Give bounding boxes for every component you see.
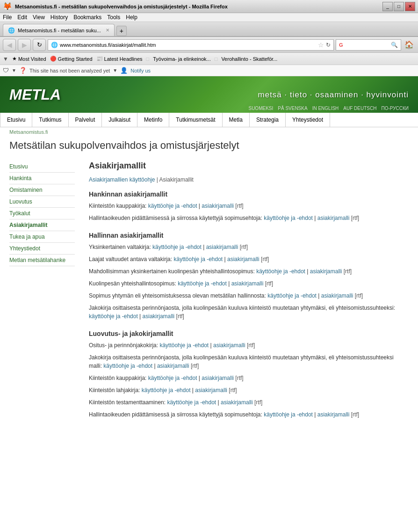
- home-button[interactable]: 🏠: [403, 39, 415, 51]
- dropdown-arrow-icon[interactable]: ▼: [12, 68, 16, 73]
- nav-yhteystiedot[interactable]: Yhteystiedot: [286, 113, 330, 127]
- asiakirjamalli-link-1-2[interactable]: asiakirjamalli: [310, 268, 342, 275]
- asiakirjamalli-link-2-3[interactable]: asiakirjamalli: [195, 387, 227, 394]
- asiakirjamalli-link-0-0[interactable]: asiakirjamalli: [202, 203, 234, 209]
- security-arrow-icon[interactable]: ▼: [113, 68, 117, 73]
- kayttöohje-link-1-1[interactable]: käyttöohje ja -ehdot: [173, 256, 223, 262]
- kayttöohje-link-2-0[interactable]: käyttöohje ja -ehdot: [159, 342, 209, 349]
- kayttöohje-link-2-3[interactable]: käyttöohje ja -ehdot: [142, 387, 191, 394]
- minimize-button[interactable]: _: [382, 2, 393, 11]
- kayttöohje-link-1-2[interactable]: käyttöohje ja -ehdot: [256, 268, 305, 275]
- firefox-icon: 🦊: [3, 2, 12, 11]
- titlebar: 🦊 Metsanomistus.fi - metsätilan sukupolv…: [0, 0, 418, 13]
- search-bar[interactable]: G 🔍: [336, 39, 401, 51]
- new-tab-button[interactable]: +: [116, 26, 127, 36]
- lang-fi[interactable]: SUOMEKSI: [248, 106, 273, 111]
- search-icon[interactable]: 🔍: [391, 42, 398, 48]
- rss-icon: 📰: [96, 56, 103, 62]
- doc-item-2-0: Ositus- ja perinnönjakokirja: käyttöohje…: [89, 341, 404, 350]
- kayttöohje-link-0-0[interactable]: käyttöohje ja -ehdot: [148, 203, 197, 209]
- kayttöohje-link-1-4[interactable]: käyttöohje ja -ehdot: [267, 292, 317, 299]
- nav-tutkimusmetsat[interactable]: Tutkimusmetsät: [169, 113, 222, 127]
- doc-item-1-5: Jakokirja osittaisesta perinnönjaosta, j…: [89, 304, 404, 321]
- address-bar[interactable]: 🌐 www.metsanomistus.fi/asiakirjat/mallit…: [48, 39, 334, 51]
- kayttöohje-link-1-0[interactable]: käyttöohje ja -ehdot: [152, 244, 202, 250]
- sidebar-item-etusivu[interactable]: Etusivu: [9, 161, 75, 173]
- asiakirjamalli-link-2-5[interactable]: asiakirjamalli: [317, 411, 350, 418]
- lang-sv[interactable]: PÅ SVENSKA: [278, 106, 307, 111]
- nav-metla[interactable]: Metla: [223, 113, 250, 127]
- doc-prefix: Ositus- ja perinnönjakokirja:: [89, 342, 158, 349]
- kayttöohje-link-2-2[interactable]: käyttöohje ja -ehdot: [148, 375, 197, 381]
- sidebar-item-yhteystiedot[interactable]: Yhteystiedot: [9, 243, 75, 255]
- maximize-button[interactable]: □: [394, 2, 404, 11]
- lang-en[interactable]: IN ENGLISH: [312, 106, 339, 111]
- bookmark-getting-started[interactable]: 🔴 Getting Started: [50, 56, 93, 62]
- sidebar-item-omistaminen[interactable]: Omistaminen: [9, 184, 75, 196]
- menu-tools[interactable]: Tools: [107, 14, 120, 21]
- sidebar-item-tukea[interactable]: Tukea ja apua: [9, 231, 75, 243]
- close-button[interactable]: ✕: [405, 2, 415, 11]
- refresh-icon[interactable]: ↻: [326, 42, 331, 48]
- kayttöohje-link-2-4[interactable]: käyttöohje ja -ehdot: [167, 399, 216, 406]
- asiakirjamalli-link-1-3[interactable]: asiakirjamalli: [231, 280, 264, 287]
- kayttöohje-link-2-1[interactable]: käyttöohje ja -ehdot: [103, 363, 152, 369]
- lang-de[interactable]: AUF DEUTSCH: [343, 106, 376, 111]
- back-button[interactable]: ◀: [3, 39, 16, 51]
- bookmark-verohallinto[interactable]: Verohallinto - Skatteför...: [221, 56, 277, 62]
- menu-view[interactable]: View: [33, 14, 45, 21]
- site-tagline: metsä · tieto · osaaminen · hyvinvointi: [258, 90, 409, 100]
- asiakirjamalli-link-2-4[interactable]: asiakirjamalli: [221, 399, 253, 406]
- asiakirjamalli-link-2-2[interactable]: asiakirjamalli: [202, 375, 234, 381]
- window-title: Metsanomistus.fi - metsätilan sukupolven…: [15, 4, 380, 9]
- main-layout: Etusivu Hankinta Omistaminen Luovutus Ty…: [0, 156, 418, 428]
- menu-help[interactable]: Help: [126, 14, 137, 21]
- site-favicon: 🌐: [51, 42, 58, 48]
- address-text: www.metsanomistus.fi/asiakirjat/mallit.h…: [60, 42, 317, 48]
- forward-button[interactable]: ▶: [18, 39, 31, 51]
- menu-bookmarks[interactable]: Bookmarks: [73, 14, 101, 21]
- lang-ru[interactable]: ПО-РУССКИ: [381, 106, 409, 111]
- asiakirjamalli-link-0-1[interactable]: asiakirjamalli: [317, 215, 350, 221]
- bookmark-tyovoima[interactable]: Työvoima- ja elinkeinok...: [153, 56, 211, 62]
- sidebar-item-tyokalut[interactable]: Työkalut: [9, 208, 75, 219]
- nav-etusivu[interactable]: Etusivu: [0, 113, 32, 127]
- kayttöohje-link-0-1[interactable]: käyttöohje ja -ehdot: [264, 215, 313, 221]
- menu-file[interactable]: File: [3, 14, 12, 21]
- nav-tutkimus[interactable]: Tutkimus: [32, 113, 68, 127]
- reload-button[interactable]: ↻: [33, 39, 46, 51]
- sidebar-item-asiakirjamallit[interactable]: Asiakirjamallit: [9, 219, 75, 231]
- asiakirjamalli-link-1-4[interactable]: asiakirjamalli: [321, 292, 353, 299]
- asiakirjamalli-link-1-0[interactable]: asiakirjamalli: [206, 244, 238, 250]
- section-title-luovutus: Luovutus- ja jakokirjamallit: [89, 330, 404, 337]
- tab-close-icon[interactable]: ✕: [106, 28, 109, 33]
- kayttöohje-link-1-5[interactable]: käyttöohje ja -ehdot: [89, 313, 138, 320]
- asiakirjamalli-link-1-1[interactable]: asiakirjamalli: [227, 256, 259, 262]
- nav-julkaisut[interactable]: Julkaisut: [102, 113, 137, 127]
- kayttöohje-link-2-5[interactable]: käyttöohje ja -ehdot: [264, 411, 313, 418]
- kayttöohje-link[interactable]: Asiakirjamallien käyttöohje: [89, 176, 155, 183]
- sidebar-item-luovutus[interactable]: Luovutus: [9, 196, 75, 208]
- nav-palvelut[interactable]: Palvelut: [69, 113, 102, 127]
- nav-strategia[interactable]: Strategia: [250, 113, 286, 127]
- menu-edit[interactable]: Edit: [17, 14, 27, 21]
- menu-history[interactable]: History: [50, 14, 68, 21]
- tagline-text: metsä · tieto · osaaminen · hyvinvointi: [258, 90, 409, 99]
- bookmark-most-visited[interactable]: ★ Most Visited: [12, 56, 46, 62]
- notify-us-link[interactable]: Notify us: [130, 68, 151, 73]
- sidebar-item-metla-hanke[interactable]: Metlan metsätilahanke: [9, 255, 75, 266]
- active-tab[interactable]: 🌐 Metsanomistus.fi - metsätilan suku... …: [3, 24, 115, 36]
- doc-prefix: Kiinteistön testamenttaaminen:: [89, 399, 166, 406]
- asiakirjamalli-link-2-0[interactable]: asiakirjamalli: [213, 342, 245, 349]
- breadcrumb-link[interactable]: Metsanomistus.fi: [9, 129, 48, 135]
- asiakirjamalli-link-2-1[interactable]: asiakirjamalli: [157, 363, 189, 369]
- security-text: This site has not been analyzed yet: [29, 68, 110, 73]
- bookmark-star-icon[interactable]: ☆: [318, 41, 324, 49]
- bookmark-latest-headlines[interactable]: 📰 Latest Headlines: [96, 56, 143, 62]
- asiakirjamalli-link-1-5[interactable]: asiakirjamalli: [143, 313, 175, 320]
- doc-item-1-2: Mahdollisimman yksinkertainen kuolinpesä…: [89, 267, 404, 276]
- kayttöohje-link-1-3[interactable]: käyttöohje ja -ehdot: [178, 280, 227, 287]
- sidebar-item-hankinta[interactable]: Hankinta: [9, 173, 75, 184]
- nav-metinfo[interactable]: Metinfo: [137, 113, 169, 127]
- rtf-2-3: [rtf]: [229, 387, 237, 394]
